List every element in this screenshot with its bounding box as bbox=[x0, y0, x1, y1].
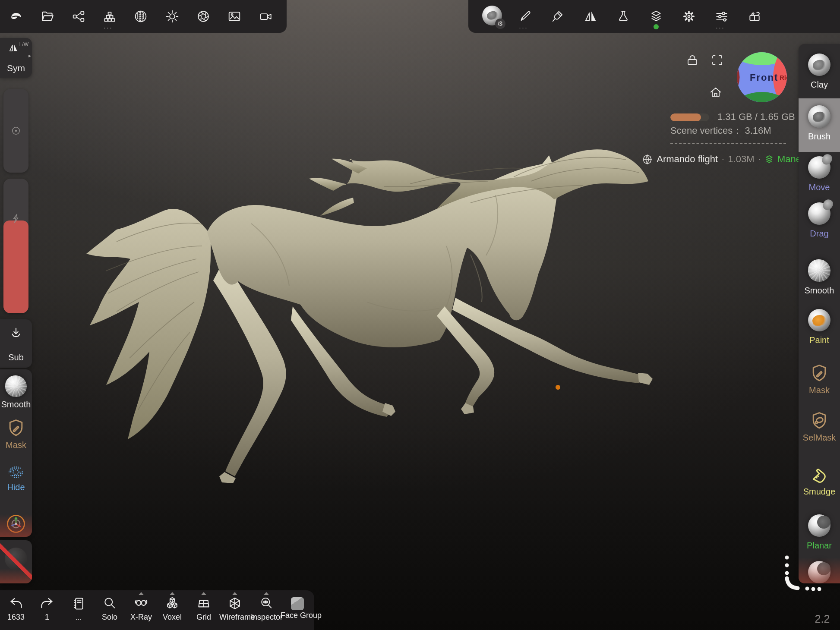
mesh-info-row[interactable]: Armando flight · 1.03M · Mane bbox=[604, 152, 801, 167]
layers-icon[interactable] bbox=[646, 6, 666, 27]
move-sphere-icon bbox=[808, 156, 831, 179]
tool-smudge[interactable]: Smudge bbox=[799, 464, 840, 497]
xray-popup-caret[interactable] bbox=[139, 592, 144, 595]
files-folder-icon[interactable] bbox=[37, 6, 58, 27]
intensity-slider[interactable] bbox=[3, 179, 28, 313]
tool-brush-label: Brush bbox=[799, 132, 840, 142]
redo-count: 1 bbox=[32, 613, 63, 622]
brush-sphere-icon bbox=[808, 105, 831, 128]
sculpt-canvas-horse[interactable] bbox=[65, 117, 669, 526]
undo-button[interactable]: 1633 bbox=[0, 596, 32, 622]
node-graph-icon[interactable] bbox=[68, 6, 89, 27]
voxel-label: Voxel bbox=[157, 613, 188, 622]
facegroup-icon bbox=[291, 597, 304, 610]
experimental-flask-icon[interactable] bbox=[613, 6, 634, 27]
fullscreen-button[interactable] bbox=[708, 51, 727, 70]
top-right-toolbar: ⚙ ··· ··· bbox=[468, 0, 840, 33]
gizmo-icon bbox=[6, 513, 26, 534]
tool-planar[interactable]: Planar bbox=[799, 514, 840, 551]
radius-slider[interactable] bbox=[3, 89, 28, 173]
brush-cursor-dot bbox=[556, 385, 560, 390]
mask-shield-icon-right bbox=[809, 363, 829, 384]
selmask-shield-icon bbox=[809, 410, 829, 431]
camera-video-icon[interactable] bbox=[256, 6, 276, 27]
settings-gear-icon[interactable] bbox=[679, 6, 699, 27]
mesh-separator-2: · bbox=[758, 154, 761, 165]
symmetry-expand-chevron[interactable]: ▸ bbox=[28, 53, 31, 59]
layer-mini-icon bbox=[764, 154, 774, 164]
tool-brush[interactable]: Brush bbox=[799, 105, 840, 142]
canvas-corner-dots bbox=[780, 554, 822, 594]
lighting-sun-icon[interactable] bbox=[162, 6, 183, 27]
home-view-button[interactable] bbox=[706, 83, 725, 102]
postprocess-aperture-icon[interactable] bbox=[193, 6, 214, 27]
wireframe-toggle[interactable]: Wireframe bbox=[219, 596, 250, 622]
paintbrush-tool-icon[interactable] bbox=[547, 6, 568, 27]
left-tool-hide[interactable]: Hide bbox=[0, 463, 32, 492]
memory-usage-text: 1.31 GB / 1.65 GB bbox=[717, 111, 795, 123]
matcap-sphere-icon[interactable] bbox=[130, 6, 151, 27]
sub-button[interactable]: Sub bbox=[0, 319, 32, 368]
tool-selmask[interactable]: SelMask bbox=[799, 410, 840, 443]
tool-mask[interactable]: Mask bbox=[799, 363, 840, 395]
no-tool-button[interactable] bbox=[0, 540, 32, 583]
inspector-toggle[interactable]: Inspector bbox=[251, 596, 282, 622]
symmetry-button[interactable]: L/W ▸ Sym bbox=[0, 38, 32, 78]
left-tool-smooth[interactable]: Smooth bbox=[0, 375, 32, 410]
tool-selmask-label: SelMask bbox=[799, 433, 840, 443]
left-tool-mask[interactable]: Mask bbox=[0, 418, 32, 450]
tool-move-label: Move bbox=[799, 183, 840, 192]
grid-toggle[interactable]: Grid bbox=[188, 596, 219, 622]
tool-smooth[interactable]: Smooth bbox=[799, 259, 840, 296]
symmetry-mirror-icon[interactable] bbox=[580, 6, 601, 27]
undo-count: 1633 bbox=[0, 613, 32, 622]
tool-drag-label: Drag bbox=[799, 229, 840, 239]
lock-view-button[interactable] bbox=[683, 51, 702, 70]
wireframe-popup-caret[interactable] bbox=[232, 592, 237, 595]
bottom-toolbar: 1633 1 ... Solo X-Ray Voxel Grid Wirefr bbox=[0, 590, 314, 630]
tool-paint[interactable]: Paint bbox=[799, 309, 840, 345]
solo-toggle[interactable]: Solo bbox=[94, 596, 125, 622]
nomad-sculpt-app: ··· ⚙ ··· bbox=[0, 0, 840, 630]
fullscreen-icon bbox=[711, 54, 724, 67]
scene-vertices-label: Scene vertices： bbox=[670, 125, 742, 136]
facegroup-toggle[interactable]: Face Group bbox=[281, 596, 314, 620]
grid-icon bbox=[196, 596, 211, 611]
inspector-popup-caret[interactable] bbox=[264, 592, 269, 595]
drag-sphere-icon bbox=[808, 202, 831, 225]
wireframe-label: Wireframe bbox=[219, 613, 250, 622]
left-tool-gizmo[interactable] bbox=[0, 513, 32, 534]
journal-button[interactable]: ... bbox=[63, 596, 94, 622]
left-hide-label: Hide bbox=[0, 482, 32, 492]
mask-shield-icon bbox=[6, 418, 26, 438]
xray-toggle[interactable]: X-Ray bbox=[126, 596, 157, 622]
voxel-popup-caret[interactable] bbox=[170, 592, 175, 595]
sub-label: Sub bbox=[0, 353, 32, 362]
voxel-cubes-icon bbox=[165, 596, 180, 611]
undo-icon bbox=[9, 596, 23, 611]
scene-vertices-row: Scene vertices： 3.16M bbox=[670, 124, 771, 137]
app-version: 2.2 bbox=[807, 613, 837, 625]
workbench-tools-icon[interactable] bbox=[744, 6, 765, 27]
background-image-icon[interactable] bbox=[224, 6, 245, 27]
mesh-vertex-count: 1.03M bbox=[728, 154, 754, 165]
paint-sphere-icon bbox=[808, 309, 831, 331]
clay-sphere-icon bbox=[808, 54, 831, 76]
navigation-gizmo-ball[interactable]: Rig Front bbox=[736, 52, 787, 103]
tool-move[interactable]: Move bbox=[799, 156, 840, 192]
tool-drag[interactable]: Drag bbox=[799, 202, 840, 239]
facegroup-label: Face Group bbox=[281, 611, 314, 620]
home-icon bbox=[709, 85, 723, 99]
tool-clay-label: Clay bbox=[799, 80, 840, 90]
intensity-fill bbox=[3, 220, 28, 313]
redo-button[interactable]: 1 bbox=[32, 596, 63, 622]
material-ball-icon[interactable]: ⚙ bbox=[482, 5, 502, 26]
info-separator bbox=[670, 143, 786, 144]
app-logo-icon[interactable] bbox=[6, 6, 26, 27]
material-gear-badge: ⚙ bbox=[495, 19, 505, 29]
tool-clay[interactable]: Clay bbox=[799, 54, 840, 90]
grid-popup-caret[interactable] bbox=[201, 592, 206, 595]
voxel-toggle[interactable]: Voxel bbox=[157, 596, 188, 622]
mesh-icon bbox=[641, 154, 653, 165]
memory-bar bbox=[670, 113, 709, 121]
